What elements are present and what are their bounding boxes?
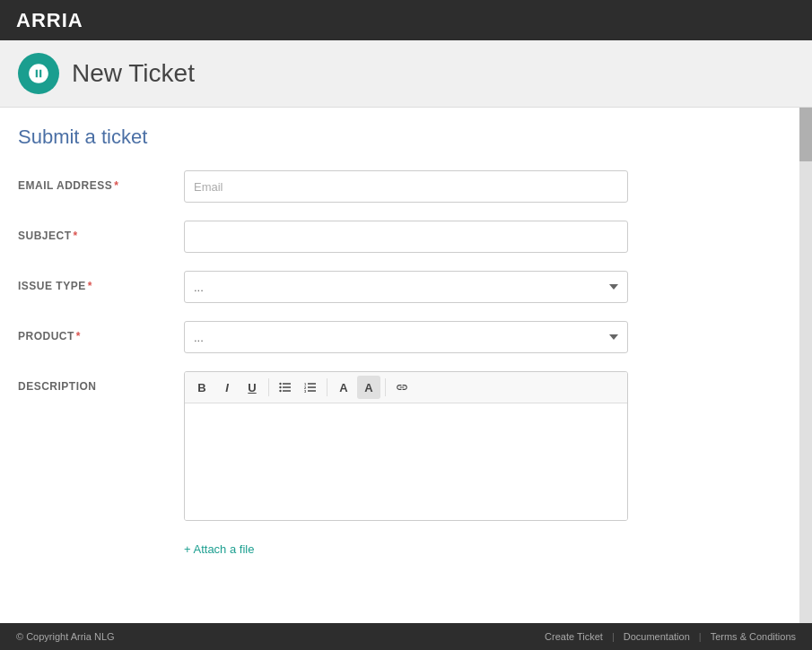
product-row: PRODUCT* ... [18, 321, 746, 353]
attach-file-link[interactable]: + Attach a file [184, 542, 254, 556]
svg-point-5 [279, 390, 281, 392]
font-color-button[interactable]: A [332, 376, 355, 399]
description-editor: B I U 123 A A [184, 371, 628, 521]
scroll-thumb[interactable] [799, 108, 812, 161]
footer-separator-2: | [699, 631, 702, 642]
email-row: EMAIL ADDRESS* [18, 170, 746, 203]
terms-link[interactable]: Terms & Conditions [711, 631, 796, 642]
ordered-list-icon: 123 [304, 382, 317, 393]
subject-row: SUBJECT* [18, 221, 746, 253]
product-control-wrap: ... [184, 321, 746, 353]
bold-button[interactable]: B [190, 376, 214, 399]
unordered-list-button[interactable] [274, 376, 297, 399]
email-input[interactable] [184, 170, 628, 203]
ordered-list-button[interactable]: 123 [299, 376, 322, 399]
subject-input[interactable] [184, 221, 628, 253]
font-bg-color-button[interactable]: A [357, 376, 380, 399]
subject-label: SUBJECT* [18, 221, 184, 242]
description-body[interactable] [185, 403, 627, 520]
unordered-list-icon [279, 382, 292, 393]
link-icon [396, 381, 408, 394]
top-navbar: ARRIA [0, 0, 812, 40]
attach-control-wrap: + Attach a file [184, 539, 746, 556]
toolbar-separator-3 [385, 378, 386, 396]
main-content: Submit a ticket EMAIL ADDRESS* SUBJECT* … [0, 108, 812, 623]
subject-control-wrap [184, 221, 746, 253]
toolbar-separator-2 [327, 378, 327, 396]
attach-row: + Attach a file [18, 539, 746, 556]
description-label: DESCRIPTION [18, 371, 184, 393]
page-icon [18, 53, 59, 94]
create-ticket-button[interactable]: Create Ticket [545, 631, 603, 642]
attach-spacer [18, 539, 184, 548]
toolbar-separator-1 [268, 378, 269, 396]
page-title: New Ticket [72, 59, 195, 88]
product-select[interactable]: ... [184, 321, 628, 353]
footer-separator-1: | [612, 631, 615, 642]
editor-toolbar: B I U 123 A A [185, 372, 627, 403]
email-control-wrap [184, 170, 746, 203]
svg-point-4 [279, 386, 281, 388]
description-row: DESCRIPTION B I U 123 [18, 371, 746, 521]
issue-type-control-wrap: ... [184, 271, 746, 303]
svg-point-3 [279, 383, 281, 385]
underline-button[interactable]: U [240, 376, 264, 399]
page-header: New Ticket [0, 40, 812, 108]
email-label: EMAIL ADDRESS* [18, 170, 184, 192]
ticket-icon [27, 62, 50, 85]
documentation-link[interactable]: Documentation [624, 631, 690, 642]
italic-button[interactable]: I [215, 376, 239, 399]
issue-type-select[interactable]: ... [184, 271, 628, 303]
product-label: PRODUCT* [18, 321, 184, 342]
form-title: Submit a ticket [18, 126, 746, 149]
footer: © Copyright Arria NLG Create Ticket | Do… [0, 623, 812, 650]
link-button[interactable] [390, 376, 414, 399]
app-logo: ARRIA [16, 9, 83, 32]
footer-copyright: © Copyright Arria NLG [16, 631, 115, 642]
scrollbar[interactable] [799, 108, 812, 623]
issue-type-row: ISSUE TYPE* ... [18, 271, 746, 303]
footer-links: Create Ticket | Documentation | Terms & … [545, 631, 796, 642]
description-control-wrap: B I U 123 A A [184, 371, 746, 521]
form-area: Submit a ticket EMAIL ADDRESS* SUBJECT* … [0, 108, 799, 623]
issue-type-label: ISSUE TYPE* [18, 271, 184, 292]
svg-text:3: 3 [304, 389, 307, 394]
